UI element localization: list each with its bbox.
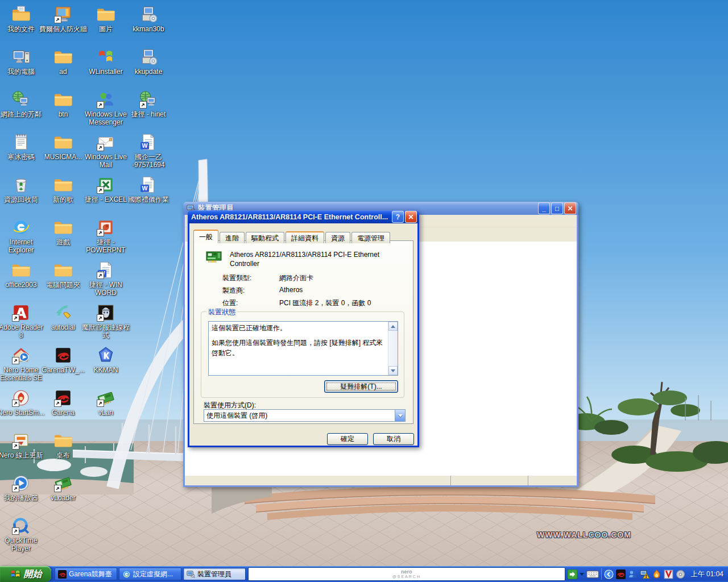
desktop-icon[interactable]: ad	[39, 47, 87, 76]
dialog-close-button[interactable]: ✕	[405, 211, 417, 223]
start-button[interactable]: 開始	[0, 566, 51, 582]
taskbar-button[interactable]: Garena競舞臺	[55, 568, 117, 580]
desktop-icon[interactable]: vLan	[82, 388, 130, 417]
cancel-button[interactable]: 取消	[373, 433, 414, 445]
desktop-icon[interactable]: 資源回收筒	[0, 175, 45, 204]
adobe-icon	[11, 303, 31, 322]
desktop-icon[interactable]: btn	[39, 90, 87, 119]
desktop-icon[interactable]: QuickTime Player	[0, 516, 45, 553]
desktop-icon[interactable]: W國企一乙 -97571694	[125, 132, 172, 169]
scroll-down-icon[interactable]	[388, 366, 398, 375]
desktop-icon[interactable]: kkupdate	[125, 47, 172, 76]
tab-詳細資料[interactable]: 詳細資料	[286, 231, 324, 243]
desktop-icon[interactable]: 網路上的芳鄰	[0, 90, 45, 119]
minimize-button[interactable]: _	[538, 202, 550, 214]
field-value: 網路介面卡	[279, 273, 313, 283]
desktop-icon[interactable]: 捷徑 - POWERPNT	[82, 218, 130, 255]
desktop-icon[interactable]: KKMAN	[82, 346, 130, 375]
desktop-icon[interactable]: W捷徑 - WIN WORD	[82, 260, 130, 297]
desktop-icon[interactable]: 桌布	[39, 431, 87, 460]
device-status-textarea[interactable]: 這個裝置已正確地運作。 如果您使用這個裝置時發生問題，請按 [疑難排解] 程式來…	[208, 321, 398, 376]
antivirus-tray-icon[interactable]	[664, 569, 673, 579]
device-manager-statusbar	[185, 475, 577, 485]
desktop-icon[interactable]: 魔獸官服連線程式	[82, 303, 130, 340]
shortcut-arrow-icon	[12, 400, 19, 407]
desktop-icon[interactable]: Windows Live Messenger	[82, 90, 130, 127]
taskbar-button[interactable]: 裝置管理員	[183, 568, 246, 580]
neroupdate-icon	[11, 431, 31, 450]
desktop-icon[interactable]: MUSICMA...	[39, 132, 87, 161]
taskbar: 開始 Garena競舞臺設定虛擬網...裝置管理員 nero @SEARCH 上…	[0, 566, 728, 582]
desktop-icon[interactable]: 寒冰密碼	[0, 132, 45, 161]
windows-icon	[96, 47, 115, 66]
tab-驅動程式[interactable]: 驅動程式	[246, 232, 284, 243]
desktop-icon[interactable]: 我的電腦	[0, 47, 45, 76]
combobox-dropdown-icon[interactable]	[395, 410, 405, 421]
desktop-icon[interactable]: 費爾個人防火牆	[39, 5, 87, 34]
tray-launch-area	[568, 569, 599, 579]
shortcut-arrow-icon	[97, 101, 104, 109]
desktop-icon[interactable]: Nero StartSm...	[0, 388, 45, 417]
desktop-icon[interactable]: vLoader	[39, 473, 87, 502]
network-icon	[139, 90, 158, 109]
desktop-icon-label: 我的播放器	[0, 494, 45, 502]
firewall-tray-icon[interactable]	[652, 569, 661, 579]
shortcut-arrow-icon	[12, 527, 19, 535]
taskbar-button-label: 裝置管理員	[197, 569, 231, 579]
hide-icons-chevron-icon[interactable]	[604, 569, 614, 579]
desktop-icon[interactable]: Adobe Reader 8	[0, 303, 45, 340]
windows-flag-icon	[10, 568, 21, 580]
desktop-icon[interactable]: WLinstaller	[82, 47, 130, 76]
desktop-icon[interactable]: Windows Live Mail	[82, 132, 130, 169]
keyboard-input-icon[interactable]	[586, 570, 599, 579]
desktop-icon[interactable]: kkman30b	[125, 5, 172, 34]
desktop-icon[interactable]: 新的歌	[39, 175, 87, 204]
messenger-tray-icon[interactable]	[628, 569, 638, 579]
desktop-icon-label: Windows Live Messenger	[82, 111, 130, 127]
tab-進階[interactable]: 進階	[220, 232, 245, 243]
desktop-icon-label: 我的電腦	[0, 68, 45, 76]
desktop-icon-label: Nero Home Essentials SE	[0, 367, 45, 383]
tab-資源[interactable]: 資源	[325, 232, 350, 243]
desktop-icon[interactable]: 捷徑 - EXCEL	[82, 175, 130, 204]
desktop-icon[interactable]: 我的文件	[0, 5, 45, 34]
ethernet-properties-dialog[interactable]: Atheros AR8121/AR8113/AR8114 PCI-E Ether…	[188, 210, 419, 447]
desktop-icon[interactable]: 電腦問題夾	[39, 260, 87, 289]
kkman-icon	[96, 346, 115, 365]
nero-search-band[interactable]: nero @SEARCH	[248, 567, 565, 581]
close-button[interactable]: ✕	[564, 202, 576, 214]
tab-一般[interactable]: 一般	[193, 230, 218, 243]
desktop-icon[interactable]: GarenaTW_...	[39, 346, 87, 375]
desktop-icon[interactable]: 遊戲	[39, 218, 87, 247]
desktop-icon[interactable]: Internet Explorer	[0, 218, 45, 255]
launch-arrow-icon[interactable]	[568, 569, 577, 579]
desktop-icon[interactable]: Garena	[39, 388, 87, 417]
garena16-icon	[58, 570, 67, 579]
tab-電源管理[interactable]: 電源管理	[351, 232, 390, 243]
status-scrollbar[interactable]	[388, 322, 398, 375]
dialog-titlebar[interactable]: Atheros AR8121/AR8113/AR8114 PCI-E Ether…	[188, 210, 419, 223]
scroll-up-icon[interactable]	[388, 322, 398, 331]
device-usage-combobox[interactable]: 使用這個裝置 (啓用)	[204, 409, 406, 422]
desktop-icon[interactable]: Nero 線上更新	[0, 431, 45, 460]
desktop-icon[interactable]: office2003	[0, 260, 45, 289]
ok-button[interactable]: 確定	[327, 433, 368, 445]
garena-tray-icon[interactable]	[616, 569, 626, 579]
mail-icon	[96, 132, 115, 152]
help-button[interactable]: ?	[392, 211, 404, 223]
desktop-icon[interactable]: autodial	[39, 303, 87, 332]
desktop-icon-label: Nero 線上更新	[0, 452, 45, 460]
desktop-icon[interactable]: 圖片	[82, 5, 130, 34]
tray-dropdown-arrow-icon[interactable]	[580, 573, 584, 576]
device-warning-tray-icon[interactable]	[640, 569, 650, 579]
devmgr16-icon	[187, 570, 195, 579]
desktop-icon[interactable]: 捷徑 - hinet	[125, 90, 172, 119]
shortcut-arrow-icon	[97, 144, 104, 151]
nero-tray-icon[interactable]	[676, 569, 685, 579]
desktop-icon[interactable]: 我的播放器	[0, 473, 45, 502]
maximize-button[interactable]: □	[551, 202, 563, 214]
troubleshoot-button[interactable]: 疑難排解(T)...	[324, 380, 398, 393]
taskbar-button[interactable]: 設定虛擬網...	[119, 568, 181, 580]
desktop-icon[interactable]: W國際禮儀作業	[125, 175, 172, 204]
desktop-icon[interactable]: Nero Home Essentials SE	[0, 346, 45, 383]
